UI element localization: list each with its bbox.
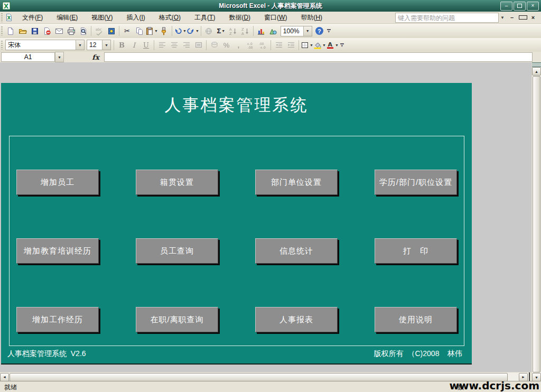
panel-button-instructions[interactable]: 使用说明 — [375, 307, 457, 332]
scroll-left-button[interactable]: ◄ — [0, 373, 9, 381]
split-box[interactable] — [532, 62, 541, 67]
font-color-dropdown-icon[interactable]: ▼ — [335, 43, 339, 47]
panel-button-department-setup[interactable]: 部门单位设置 — [255, 170, 338, 195]
standard-toolbar-options[interactable]: ▾ — [327, 29, 331, 33]
fill-color-icon — [313, 41, 322, 49]
panel-button-print[interactable]: 打 印 — [375, 238, 457, 264]
menu-file[interactable]: 文件(F) — [15, 12, 50, 24]
research-button[interactable] — [105, 25, 117, 37]
spelling-button[interactable]: abc — [93, 25, 105, 37]
panel-button-employee-query[interactable]: 员工查询 — [136, 238, 218, 264]
font-size-combo[interactable]: 12▼ — [87, 40, 111, 50]
increase-indent-button[interactable] — [285, 39, 297, 51]
insert-function-button[interactable]: fx — [89, 53, 102, 61]
scroll-up-button[interactable]: ▲ — [532, 67, 541, 76]
align-left-button[interactable] — [156, 39, 168, 51]
formatting-toolbar-options[interactable]: ▾ — [340, 43, 344, 47]
copy-button[interactable] — [133, 25, 145, 37]
v-scrollbar-thumb[interactable] — [533, 76, 540, 372]
close-button[interactable]: × — [527, 2, 539, 11]
increase-decimal-button[interactable]: +.0.00 — [245, 39, 257, 51]
hyperlink-button[interactable] — [203, 25, 215, 37]
new-button[interactable] — [4, 25, 16, 37]
undo-dropdown-icon[interactable]: ▼ — [183, 29, 186, 33]
undo-button[interactable]: ▼ — [174, 25, 186, 37]
font-name-dropdown-icon[interactable]: ▼ — [76, 40, 84, 50]
borders-dropdown-icon[interactable]: ▼ — [310, 43, 313, 47]
formula-input[interactable] — [104, 52, 533, 62]
workbook-minimize-button[interactable]: – — [508, 14, 516, 21]
menu-data[interactable]: 数据(D) — [222, 12, 257, 24]
name-box[interactable]: A1 — [1, 52, 55, 62]
font-name-combo[interactable]: 宋体▼ — [5, 40, 85, 50]
redo-button[interactable]: ▼ — [186, 25, 199, 37]
panel-button-native-place-setup[interactable]: 籍贯设置 — [136, 170, 218, 195]
panel-button-add-employee[interactable]: 增加员工 — [16, 170, 99, 195]
paste-dropdown-icon[interactable]: ▼ — [154, 29, 158, 33]
panel-button-add-work-history[interactable]: 增加工作经历 — [16, 307, 99, 332]
autosum-icon: Σ — [217, 27, 221, 34]
menu-view[interactable]: 视图(V) — [85, 12, 119, 24]
merge-center-button[interactable] — [192, 39, 204, 51]
standard-toolbar-grip[interactable] — [1, 26, 3, 35]
save-button[interactable] — [29, 25, 41, 37]
panel-button-active-resigned-query[interactable]: 在职/离职查询 — [136, 307, 218, 332]
v-scrollbar[interactable]: ▲ ▼ — [531, 62, 541, 381]
menu-edit[interactable]: 编辑(E) — [50, 12, 85, 24]
panel-button-hr-report[interactable]: 人事报表 — [255, 307, 338, 332]
drawing-button[interactable] — [267, 25, 279, 37]
help-dropdown-icon[interactable]: ▼ — [499, 15, 506, 20]
format-painter-button[interactable] — [158, 25, 170, 37]
chart-wizard-button[interactable] — [255, 25, 267, 37]
formatting-toolbar-grip[interactable] — [1, 41, 3, 50]
menu-help[interactable]: 帮助(H) — [294, 12, 329, 24]
font-color-button[interactable]: A▼ — [326, 39, 339, 51]
print-button[interactable] — [65, 25, 77, 37]
align-right-button[interactable] — [180, 39, 192, 51]
cut-button[interactable]: ✂ — [121, 25, 133, 37]
comma-button[interactable]: , — [232, 39, 245, 51]
paste-button[interactable]: ▼ — [145, 25, 158, 37]
decrease-decimal-button[interactable]: .00+.0 — [257, 39, 269, 51]
percent-button[interactable]: % — [220, 39, 232, 51]
decrease-indent-button[interactable] — [273, 39, 285, 51]
redo-dropdown-icon[interactable]: ▼ — [195, 29, 199, 33]
help-button[interactable]: ? — [313, 25, 325, 37]
autosum-dropdown-icon[interactable]: ▼ — [221, 29, 225, 33]
panel-button-education-position-setup[interactable]: 学历/部门/职位设置 — [375, 170, 457, 195]
align-center-button[interactable] — [168, 39, 180, 51]
currency-button[interactable] — [208, 39, 220, 51]
menu-format[interactable]: 格式(O) — [152, 12, 188, 24]
workbook-restore-button[interactable] — [519, 14, 526, 21]
open-button[interactable] — [16, 25, 29, 37]
svg-text:X: X — [7, 15, 11, 21]
italic-button[interactable]: I — [128, 39, 140, 51]
minimize-button[interactable]: – — [500, 2, 512, 11]
autosum-button[interactable]: Σ▼ — [215, 25, 227, 37]
bold-button[interactable]: B — [116, 39, 128, 51]
borders-button[interactable]: ▼ — [301, 39, 313, 51]
zoom-combo[interactable]: 100%▼ — [281, 26, 312, 36]
fill-color-dropdown-icon[interactable]: ▼ — [322, 43, 326, 47]
menu-insert[interactable]: 插入(I) — [119, 12, 152, 24]
email-button[interactable] — [53, 25, 65, 37]
underline-button[interactable]: U — [140, 39, 152, 51]
permission-button[interactable] — [41, 25, 53, 37]
help-question-box[interactable]: 键入需要帮助的问题 — [395, 13, 499, 23]
maximize-button[interactable] — [514, 2, 526, 11]
h-scrollbar-thumb[interactable] — [10, 373, 508, 381]
workbook-close-button[interactable]: × — [529, 14, 537, 21]
menu-tools[interactable]: 工具(T) — [188, 12, 222, 24]
zoom-dropdown-icon[interactable]: ▼ — [303, 26, 312, 36]
menu-window[interactable]: 窗口(W) — [257, 12, 294, 24]
hyperlink-icon — [204, 27, 213, 35]
menubar-grip[interactable] — [1, 13, 3, 22]
sort-ascending-button[interactable]: AZ — [227, 25, 239, 37]
sort-descending-button[interactable]: ZA — [239, 25, 251, 37]
name-box-dropdown-icon[interactable]: ▼ — [55, 52, 64, 62]
fill-color-button[interactable]: ▼ — [313, 39, 326, 51]
panel-button-statistics[interactable]: 信息统计 — [255, 238, 338, 264]
font-size-dropdown-icon[interactable]: ▼ — [102, 40, 110, 50]
print-preview-button[interactable] — [77, 25, 89, 37]
panel-button-add-training-history[interactable]: 增加教育培训经历 — [16, 238, 99, 264]
